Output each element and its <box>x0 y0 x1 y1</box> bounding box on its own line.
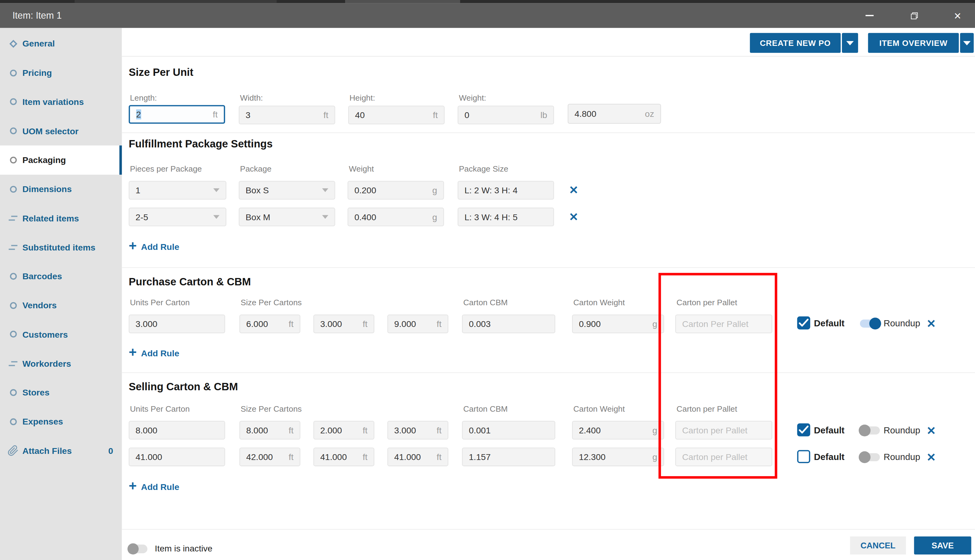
carton-height-input[interactable]: 3.000 ft <box>387 421 448 440</box>
weight-oz-input[interactable]: 4.800 oz <box>568 104 661 123</box>
sidebar-item-attach-files[interactable]: Attach Files 0 <box>0 436 122 465</box>
toggle-knob <box>859 425 871 437</box>
sidebar-item-general[interactable]: General <box>0 29 122 58</box>
weight-value: 0.200 <box>355 185 376 195</box>
carton-per-pallet-input[interactable]: Carton per Pallet <box>675 447 772 466</box>
default-label: Default <box>814 452 845 462</box>
sidebar-item-substituted-items[interactable]: Substituted items <box>0 233 122 262</box>
cbm-value: 0.003 <box>469 319 491 329</box>
sidebar-item-packaging[interactable]: Packaging <box>0 146 122 175</box>
roundup-label: Roundup <box>883 318 920 328</box>
size-unit: ft <box>359 425 367 435</box>
carton-cbm-input[interactable]: 1.157 <box>462 447 555 466</box>
height-value: 40 <box>355 110 365 120</box>
package-size-input[interactable]: L: 2 W: 3 H: 4 <box>458 181 554 199</box>
carton-width-input[interactable]: 3.000 ft <box>313 314 374 333</box>
sidebar-item-related-items[interactable]: Related items <box>0 204 122 233</box>
roundup-toggle[interactable] <box>860 453 880 461</box>
section-divider <box>122 132 975 133</box>
sidebar-item-dimensions[interactable]: Dimensions <box>0 175 122 204</box>
carton-per-pallet-placeholder: Carton per Pallet <box>682 452 748 462</box>
sidebar-item-vendors[interactable]: Vendors <box>0 291 122 320</box>
units-per-carton-input[interactable]: 8.000 <box>129 421 225 440</box>
carton-height-input[interactable]: 9.000 ft <box>387 314 448 333</box>
height-input[interactable]: 40 ft <box>348 106 445 125</box>
add-rule-button-selling[interactable]: + Add Rule <box>129 482 179 492</box>
units-per-carton-input[interactable]: 3.000 <box>129 314 225 333</box>
sidebar-item-workorders[interactable]: Workorders <box>0 349 122 378</box>
weight-oz-unit: oz <box>641 109 654 119</box>
check-icon <box>798 425 809 434</box>
sidebar-item-customers[interactable]: Customers <box>0 320 122 349</box>
package-select[interactable]: Box M <box>238 208 335 226</box>
circle-icon <box>7 154 19 167</box>
item-inactive-toggle[interactable] <box>129 544 147 553</box>
carton-length-input[interactable]: 6.000 ft <box>240 314 300 333</box>
carton-per-pallet-header: Carton per Pallet <box>677 404 737 413</box>
length-input[interactable]: 2 ft <box>129 105 225 123</box>
carton-cbm-input[interactable]: 0.001 <box>462 421 555 440</box>
delete-row-button[interactable]: ✕ <box>569 185 578 196</box>
package-select[interactable]: Box S <box>238 181 335 199</box>
carton-per-pallet-input[interactable]: Carton per Pallet <box>675 421 772 440</box>
fulfillment-weight-input[interactable]: 0.400 g <box>348 208 444 226</box>
default-checkbox[interactable] <box>797 450 810 463</box>
default-label: Default <box>814 318 845 328</box>
weight-lb-input[interactable]: 0 lb <box>458 106 554 125</box>
carton-weight-input[interactable]: 0.900 g <box>572 314 664 333</box>
close-button[interactable]: ✕ <box>947 3 968 28</box>
weight-value: 0.400 <box>355 212 376 222</box>
cancel-button[interactable]: CANCEL <box>850 537 906 555</box>
default-checkbox[interactable] <box>797 317 810 330</box>
roundup-toggle[interactable] <box>860 320 880 328</box>
sidebar-item-uom-selector[interactable]: UOM selector <box>0 117 122 146</box>
carton-cbm-input[interactable]: 0.003 <box>462 314 555 333</box>
sidebar-item-item-variations[interactable]: Item variations <box>0 87 122 117</box>
carton-length-input[interactable]: 8.000 ft <box>240 421 300 440</box>
carton-height-input[interactable]: 41.000 ft <box>387 447 448 466</box>
package-size-value: L: 3 W: 4 H: 5 <box>464 212 517 222</box>
size-value: 42.000 <box>246 452 273 462</box>
create-new-po-dropdown-button[interactable] <box>842 33 858 53</box>
delete-row-button[interactable]: ✕ <box>927 452 936 463</box>
save-button[interactable]: SAVE <box>914 537 971 555</box>
lines-icon <box>7 212 19 225</box>
units-per-carton-input[interactable]: 41.000 <box>129 447 225 466</box>
item-overview-button[interactable]: ITEM OVERVIEW <box>868 33 959 53</box>
sidebar-item-label: Vendors <box>22 300 57 310</box>
sidebar-item-stores[interactable]: Stores <box>0 378 122 407</box>
carton-cbm-header: Carton CBM <box>463 298 508 307</box>
carton-length-input[interactable]: 42.000 ft <box>240 447 300 466</box>
sidebar-item-label: Customers <box>22 329 68 340</box>
add-rule-label: Add Rule <box>141 242 179 252</box>
carton-width-input[interactable]: 41.000 ft <box>313 447 374 466</box>
minimize-button[interactable] <box>859 3 880 28</box>
item-overview-dropdown-button[interactable] <box>960 33 974 53</box>
fulfillment-weight-input[interactable]: 0.200 g <box>348 181 444 199</box>
carton-weight-input[interactable]: 2.400 g <box>572 421 664 440</box>
sidebar-item-expenses[interactable]: Expenses <box>0 407 122 436</box>
sidebar-item-label: Related items <box>22 213 79 223</box>
carton-per-pallet-placeholder: Carton per Pallet <box>682 425 748 435</box>
carton-per-pallet-input[interactable]: Carton Per Pallet <box>675 314 772 333</box>
sidebar-item-label: UOM selector <box>22 126 78 136</box>
delete-row-button[interactable]: ✕ <box>927 318 936 330</box>
size-unit: ft <box>285 452 293 462</box>
roundup-toggle[interactable] <box>860 427 880 434</box>
pieces-per-package-select[interactable]: 2-5 <box>129 208 227 226</box>
package-size-input[interactable]: L: 3 W: 4 H: 5 <box>458 208 554 226</box>
add-rule-button-purchase[interactable]: + Add Rule <box>129 348 179 358</box>
sidebar-item-pricing[interactable]: Pricing <box>0 58 122 87</box>
sidebar-item-barcodes[interactable]: Barcodes <box>0 262 122 291</box>
delete-row-button[interactable]: ✕ <box>569 211 578 223</box>
pieces-per-package-select[interactable]: 1 <box>129 181 227 199</box>
delete-row-button[interactable]: ✕ <box>927 425 936 437</box>
add-rule-button-fulfillment[interactable]: + Add Rule <box>129 242 179 252</box>
carton-weight-input[interactable]: 12.300 g <box>572 447 664 466</box>
restore-button[interactable] <box>903 3 925 28</box>
width-input[interactable]: 3 ft <box>238 106 335 125</box>
carton-width-input[interactable]: 2.000 ft <box>313 421 374 440</box>
default-checkbox[interactable] <box>797 423 810 437</box>
create-new-po-button[interactable]: CREATE NEW PO <box>750 33 841 53</box>
sidebar-item-label: Substituted items <box>22 242 95 252</box>
